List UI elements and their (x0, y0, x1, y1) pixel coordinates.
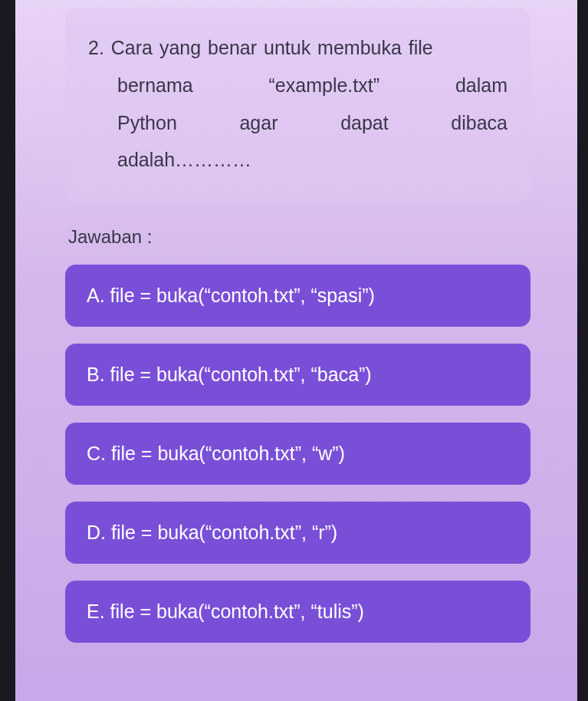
question-word: dalam (455, 67, 508, 104)
phone-frame-left (0, 0, 15, 701)
answer-text: file = buka(“contoh.txt”, “r”) (111, 522, 337, 543)
answer-option-c[interactable]: C. file = buka(“contoh.txt”, “w”) (65, 423, 531, 485)
question-word: Python (117, 104, 177, 142)
quiz-content: 2. Cara yang benar untuk membuka file be… (19, 0, 569, 643)
question-word: dapat (340, 104, 389, 142)
question-line-4: adalah………… (88, 141, 508, 179)
answer-letter: A. (87, 285, 105, 306)
question-card: 2. Cara yang benar untuk membuka file be… (65, 8, 531, 202)
answer-text: file = buka(“contoh.txt”, “spasi”) (110, 285, 375, 306)
question-word: “example.txt” (269, 67, 379, 104)
question-word: dibaca (451, 104, 508, 142)
question-text: 2. Cara yang benar untuk membuka file be… (88, 29, 508, 179)
answer-letter: C. (87, 443, 106, 464)
answer-text: file = buka(“contoh.txt”, “baca”) (110, 364, 372, 385)
question-word: agar (239, 104, 278, 142)
answer-option-e[interactable]: E. file = buka(“contoh.txt”, “tulis”) (65, 581, 531, 643)
answer-text: file = buka(“contoh.txt”, “tulis”) (110, 601, 364, 622)
answer-text: file = buka(“contoh.txt”, “w”) (111, 443, 345, 464)
answer-option-b[interactable]: B. file = buka(“contoh.txt”, “baca”) (65, 344, 531, 406)
phone-frame-right (577, 0, 588, 701)
question-word: bernama (117, 67, 193, 104)
question-line-2: bernama “example.txt” dalam (88, 67, 508, 104)
question-line-3: Python agar dapat dibaca (88, 104, 508, 142)
question-line-1: 2. Cara yang benar untuk membuka file (88, 29, 508, 67)
answer-option-a[interactable]: A. file = buka(“contoh.txt”, “spasi”) (65, 265, 531, 327)
answer-letter: B. (87, 364, 105, 385)
answer-letter: D. (87, 522, 106, 543)
answers-label: Jawaban : (65, 226, 531, 248)
answer-letter: E. (87, 601, 105, 622)
answer-option-d[interactable]: D. file = buka(“contoh.txt”, “r”) (65, 502, 531, 564)
